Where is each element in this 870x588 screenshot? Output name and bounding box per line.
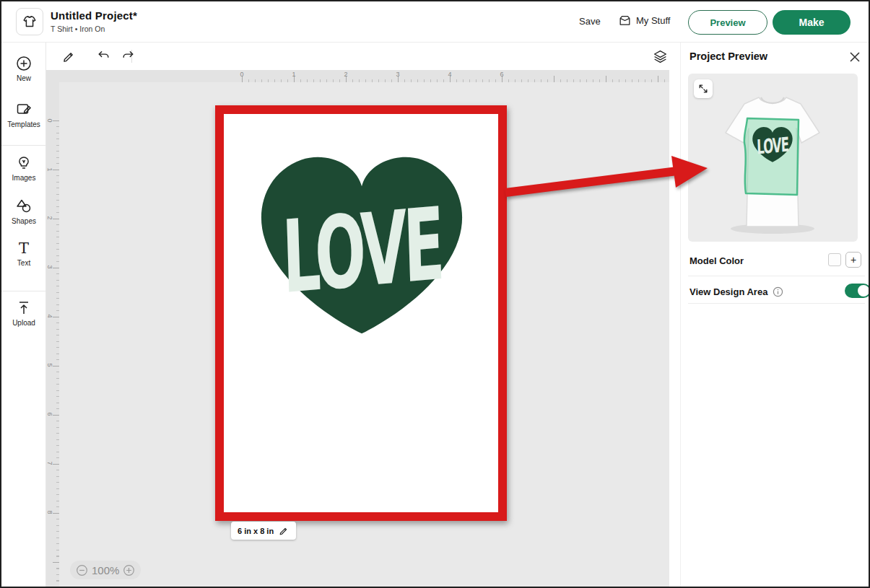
sidebar-item-label: Text [1,259,46,267]
mat-size-chip[interactable]: 6 in x 8 in [231,522,296,540]
ruler-label: 6 [46,412,53,416]
left-sidebar: New Templates Images [1,43,46,588]
project-preview-panel: Project Preview Model Color + [680,43,870,588]
my-stuff-button[interactable]: My Stuff [618,14,670,27]
edit-size-pencil-icon [279,525,290,536]
ruler-label: 5 [46,363,53,367]
horizontal-ruler: 0 1 2 3 4 6 [59,70,669,82]
sidebar-divider [1,145,46,146]
my-stuff-label: My Stuff [636,15,670,26]
project-title: Untitled Project* [51,9,137,22]
zoom-in-icon[interactable] [123,564,135,576]
panel-title: Project Preview [690,51,767,62]
preview-button[interactable]: Preview [688,10,767,35]
ruler-label: 4 [46,314,53,317]
add-model-color-button[interactable]: + [845,252,861,268]
annotation-highlight-frame [215,105,507,521]
design-space-window: LOVE Untitled Project* T Shirt • Iron On… [0,0,870,588]
ruler-label: 3 [396,71,399,78]
ruler-label: 8 [46,510,53,514]
upload-icon [1,299,46,317]
model-color-label: Model Color [690,255,744,266]
ruler-label: 7 [46,461,53,465]
edit-pencil-icon[interactable] [61,48,78,65]
text-icon: T [1,240,46,257]
sidebar-item-upload[interactable]: Upload [1,299,46,327]
ruler-corner [46,70,59,82]
my-stuff-box-icon [618,14,632,27]
ruler-label: 1 [46,167,53,171]
images-lightbulb-icon [1,154,46,172]
info-icon[interactable] [773,286,783,297]
ruler-label: 2 [344,71,347,78]
ruler-label: 1 [292,71,295,78]
sidebar-item-label: Templates [1,120,46,128]
sidebar-item-label: New [1,74,46,82]
sidebar-item-shapes[interactable]: Shapes [1,198,46,225]
vertical-ruler: 0 1 2 3 4 5 6 7 8 [46,82,59,588]
toggle-knob [858,285,869,297]
model-color-swatch[interactable] [828,253,841,266]
canvas-mat-page[interactable] [224,114,498,512]
ruler-ticks [53,120,59,588]
ruler-label: 2 [46,216,53,219]
project-type-button[interactable] [16,8,43,35]
ruler-label: 4 [448,71,451,78]
view-design-area-label: View Design Area [690,286,767,297]
tshirt-icon [22,14,38,30]
shirt-preview-card [688,74,858,242]
sidebar-item-images[interactable]: Images [1,154,46,182]
ruler-label: 3 [46,265,53,268]
new-plus-icon [1,55,46,72]
layers-icon[interactable] [651,48,669,65]
zoom-control: 100% [70,561,141,579]
templates-icon [1,101,46,118]
ruler-label: 0 [46,118,53,122]
sidebar-divider [1,291,46,291]
sidebar-item-label: Shapes [1,217,46,225]
panel-divider [688,276,865,276]
panel-gutter [669,43,680,588]
undo-icon[interactable] [95,48,113,65]
love-heart-design[interactable] [249,146,474,342]
shapes-icon [1,198,46,215]
ruler-label: 6 [500,71,503,78]
sidebar-item-label: Upload [1,319,46,327]
top-header: Untitled Project* T Shirt • Iron On Save… [1,1,869,43]
sidebar-item-text[interactable]: T Text [1,240,46,267]
zoom-level: 100% [92,564,119,576]
make-button[interactable]: Make [773,10,851,35]
ruler-label: 0 [240,71,243,78]
view-design-area-toggle[interactable] [845,284,870,298]
sidebar-item-label: Images [1,174,46,182]
expand-icon[interactable] [694,79,713,98]
view-design-area-row: View Design Area [690,283,864,300]
zoom-out-icon[interactable] [76,564,88,576]
save-button[interactable]: Save [579,16,601,27]
redo-icon[interactable] [119,48,136,65]
tshirt-mockup[interactable] [688,74,858,242]
project-subtitle: T Shirt • Iron On [51,25,105,33]
sidebar-item-new[interactable]: New [1,55,46,82]
ruler-ticks [242,76,669,82]
model-color-row: Model Color + [690,252,864,269]
canvas-toolbar [46,43,669,70]
sidebar-item-templates[interactable]: Templates [1,101,46,128]
panel-divider [688,303,865,304]
mat-size-label: 6 in x 8 in [238,527,274,535]
close-icon[interactable] [847,49,863,65]
